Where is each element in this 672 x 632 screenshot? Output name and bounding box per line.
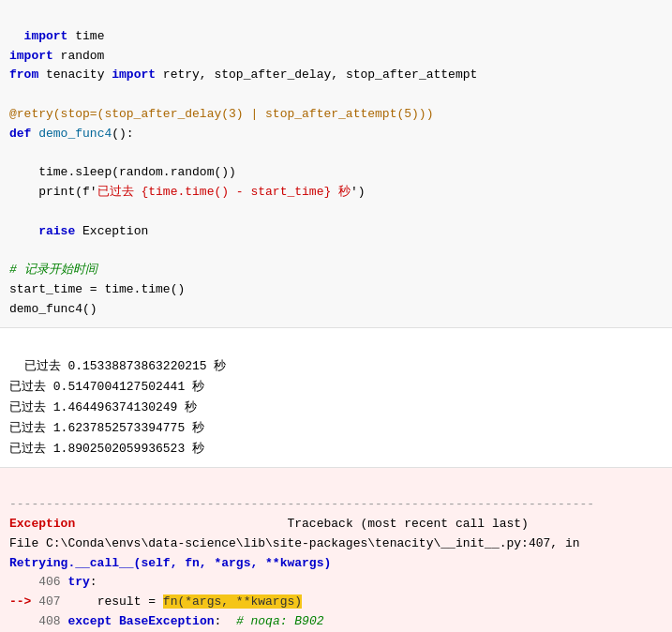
kw-def: def — [9, 127, 31, 141]
kw-import-3: import — [112, 68, 156, 82]
retrying-line: Retrying.__call__(self, fn, *args, **kwa… — [9, 556, 331, 570]
comment-line: # 记录开始时间 — [9, 263, 97, 277]
kw-except: except — [67, 614, 112, 628]
dashes: ----------------------------------------… — [9, 497, 594, 511]
noqa-comment: # noqa: B902 — [236, 614, 324, 628]
decorator-line: @retry(stop=(stop_after_delay(3) | stop_… — [9, 107, 433, 121]
string-literal: 已过去 {time.time() - start_time} 秒 — [97, 185, 351, 199]
output-line-1: 已过去 0.15338873863220215 秒 — [24, 359, 227, 373]
base-exception: BaseException — [119, 614, 214, 628]
output-line-2: 已过去 0.5147004127502441 秒 — [9, 380, 204, 394]
line-num-406: 406 — [38, 575, 60, 589]
def-line: def demo_func4(): — [9, 127, 134, 141]
output-line-4: 已过去 1.6237852573394775 秒 — [9, 421, 204, 435]
kw-import-2: import — [9, 49, 53, 63]
call-line: demo_func4() — [9, 302, 97, 316]
output-line-5: 已过去 1.8902502059936523 秒 — [9, 442, 204, 456]
kw-raise: raise — [38, 224, 75, 238]
exception-label: Exception — [9, 517, 75, 531]
decorator: @retry(stop=(stop_after_delay(3) | stop_… — [9, 107, 433, 121]
highlight-407: fn(*args, **kwargs) — [163, 594, 302, 609]
sleep-line: time.sleep(random.random()) — [9, 165, 236, 179]
line-407: --> 407 result = fn(*args, **kwargs) — [9, 594, 302, 609]
line-num-407: 407 — [38, 594, 60, 609]
kw-import-1: import — [24, 29, 68, 43]
start-time-line: start_time = time.time() — [9, 282, 185, 296]
line-num-408: 408 — [38, 614, 60, 628]
kw-from: from — [9, 68, 38, 82]
error-block: ----------------------------------------… — [0, 468, 672, 632]
retrying-call: Retrying.__call__(self, fn, *args, **kwa… — [9, 556, 331, 570]
arrow-407: --> — [9, 594, 31, 609]
import-time: import time — [24, 29, 105, 43]
from-import-line: from tenacity import retry, stop_after_d… — [9, 68, 477, 82]
raise-line: raise Exception — [9, 224, 148, 238]
output-line-3: 已过去 1.464496374130249 秒 — [9, 400, 197, 414]
func-name: demo_func4 — [38, 127, 112, 141]
error-header-line: Exception Traceback (most recent call la… — [9, 517, 529, 531]
comment-text: # 记录开始时间 — [9, 263, 97, 277]
import-random: import random — [9, 49, 104, 63]
file-line: File C:\Conda\envs\data-science\lib\site… — [9, 536, 580, 550]
print-line: print(f'已过去 {time.time() - start_time} 秒… — [9, 185, 366, 199]
line-406: 406 try: — [9, 575, 97, 589]
kw-try: try — [67, 575, 89, 589]
output-block: 已过去 0.15338873863220215 秒 已过去 0.51470041… — [0, 328, 672, 469]
traceback-label: Traceback (most recent call last) — [287, 517, 528, 531]
code-block: import time import random from tenacity … — [0, 0, 672, 328]
line-408: 408 except BaseException: # noqa: B902 — [9, 614, 324, 628]
